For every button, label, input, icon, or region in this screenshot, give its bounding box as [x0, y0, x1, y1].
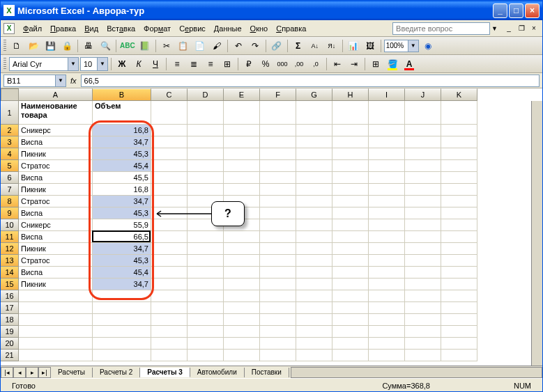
permission-icon[interactable]: 🔒: [59, 38, 75, 54]
cell[interactable]: [441, 267, 477, 279]
cell[interactable]: [441, 338, 477, 350]
cell[interactable]: [441, 279, 477, 290]
doc-close-button[interactable]: ×: [528, 24, 540, 33]
spelling-icon[interactable]: ABC: [119, 38, 136, 54]
cell[interactable]: [296, 302, 332, 314]
cell[interactable]: [260, 125, 296, 136]
cell[interactable]: [296, 172, 332, 184]
cell[interactable]: [369, 207, 405, 219]
cell[interactable]: [260, 148, 296, 160]
cell[interactable]: [441, 350, 477, 361]
cell[interactable]: [296, 290, 332, 302]
cell[interactable]: [332, 326, 369, 338]
cell[interactable]: [151, 279, 188, 290]
cell[interactable]: [188, 172, 224, 184]
cell[interactable]: [296, 338, 332, 350]
cell[interactable]: [260, 136, 296, 148]
cell[interactable]: [151, 172, 188, 184]
cell[interactable]: [188, 302, 224, 314]
cell[interactable]: [296, 267, 332, 279]
cell[interactable]: [296, 136, 332, 148]
cell[interactable]: [260, 160, 296, 172]
chart-icon[interactable]: 📊: [346, 38, 361, 54]
cell[interactable]: [296, 350, 332, 361]
cell[interactable]: [369, 279, 405, 290]
sort-desc-icon[interactable]: Я↓: [324, 38, 339, 54]
sheet-tab[interactable]: Автомобили: [190, 368, 245, 377]
column-header[interactable]: F: [260, 88, 296, 101]
cell[interactable]: [151, 184, 188, 196]
cell[interactable]: [260, 267, 296, 279]
cell[interactable]: [332, 338, 369, 350]
cell[interactable]: [93, 314, 151, 326]
row-header[interactable]: 4: [1, 148, 19, 160]
research-icon[interactable]: 📗: [137, 38, 153, 54]
cell[interactable]: [296, 326, 332, 338]
cell[interactable]: [188, 314, 224, 326]
cell[interactable]: [405, 326, 441, 338]
cell[interactable]: [19, 302, 93, 314]
cell[interactable]: [369, 350, 405, 361]
cell[interactable]: [441, 231, 477, 243]
sheet-tab[interactable]: Расчеты 2: [93, 368, 140, 377]
new-icon[interactable]: 🗋: [9, 38, 24, 54]
cell[interactable]: [260, 338, 296, 350]
cell[interactable]: [332, 302, 369, 314]
help-search-input[interactable]: [392, 22, 490, 35]
merge-icon[interactable]: ⊞: [220, 56, 235, 72]
cell[interactable]: [19, 314, 93, 326]
cell[interactable]: [369, 101, 405, 125]
row-header[interactable]: 19: [1, 326, 19, 338]
cell[interactable]: [369, 231, 405, 243]
hyperlink-icon[interactable]: 🔗: [269, 38, 284, 54]
cell[interactable]: [224, 314, 260, 326]
cell[interactable]: [332, 279, 369, 290]
menu-format[interactable]: Формат: [139, 23, 175, 34]
decrease-decimal-icon[interactable]: ,0: [308, 56, 323, 72]
cell[interactable]: [188, 125, 224, 136]
toolbar-grip[interactable]: [3, 40, 6, 52]
undo-icon[interactable]: ↶: [231, 38, 246, 54]
cell[interactable]: [224, 172, 260, 184]
borders-icon[interactable]: ⊞: [368, 56, 383, 72]
cell[interactable]: [296, 231, 332, 243]
cell[interactable]: [332, 207, 369, 219]
cell[interactable]: [369, 148, 405, 160]
cell[interactable]: [224, 101, 260, 125]
cell[interactable]: [260, 172, 296, 184]
fill-color-icon[interactable]: 🪣: [385, 56, 400, 72]
cell[interactable]: Стратос: [19, 160, 93, 172]
chevron-down-icon[interactable]: ▼: [97, 58, 107, 70]
font-size-combo[interactable]: 10▼: [80, 57, 108, 71]
decrease-indent-icon[interactable]: ⇤: [330, 56, 345, 72]
align-left-icon[interactable]: ≡: [169, 56, 185, 72]
cell[interactable]: [260, 231, 296, 243]
cell[interactable]: [19, 290, 93, 302]
help-icon[interactable]: ◉: [420, 38, 436, 54]
cell[interactable]: [405, 101, 441, 125]
cell[interactable]: [369, 172, 405, 184]
cell[interactable]: [188, 267, 224, 279]
cell[interactable]: [441, 243, 477, 255]
cell[interactable]: Пикник: [19, 184, 93, 196]
cell[interactable]: 34,7: [93, 196, 151, 207]
cell[interactable]: [151, 350, 188, 361]
cell[interactable]: Виспа: [19, 136, 93, 148]
paste-icon[interactable]: 📄: [192, 38, 208, 54]
cell[interactable]: 34,7: [93, 279, 151, 290]
redo-icon[interactable]: ↷: [247, 38, 263, 54]
cell[interactable]: [332, 350, 369, 361]
tab-nav-prev[interactable]: ◂: [13, 367, 26, 378]
cell[interactable]: [93, 302, 151, 314]
cell[interactable]: [332, 219, 369, 231]
cell[interactable]: [260, 196, 296, 207]
cell[interactable]: [260, 279, 296, 290]
cell[interactable]: [441, 290, 477, 302]
cell[interactable]: [296, 279, 332, 290]
cell[interactable]: [188, 338, 224, 350]
vertical-scrollbar[interactable]: [531, 101, 542, 366]
cell[interactable]: 45,5: [93, 172, 151, 184]
cell[interactable]: [441, 326, 477, 338]
cell[interactable]: [188, 279, 224, 290]
tab-nav-first[interactable]: |◂: [1, 367, 13, 378]
